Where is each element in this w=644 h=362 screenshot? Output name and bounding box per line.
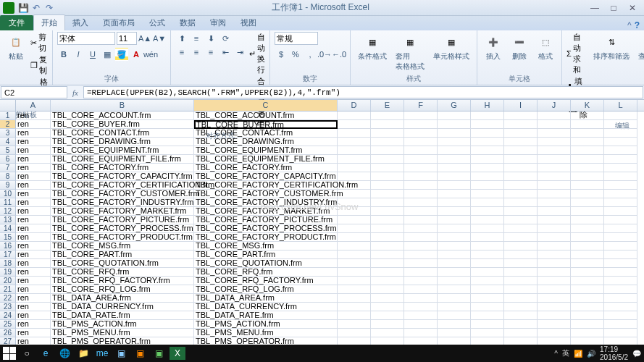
chrome-icon[interactable]: 🌐	[57, 347, 72, 360]
cell[interactable]	[504, 303, 538, 311]
tray-up-icon[interactable]: ^	[554, 350, 558, 358]
cell[interactable]	[338, 111, 371, 120]
cell[interactable]	[471, 181, 504, 190]
cell[interactable]	[438, 164, 471, 172]
row-header[interactable]: 14	[0, 224, 16, 233]
cell[interactable]: TBL_CORE_ACCOUNT.frm	[194, 111, 338, 120]
cell[interactable]	[538, 259, 571, 268]
number-format-combo[interactable]	[275, 32, 318, 45]
cell[interactable]	[338, 242, 371, 251]
ime-icon[interactable]: 英	[562, 348, 569, 358]
cell[interactable]	[504, 190, 538, 198]
cell[interactable]	[604, 259, 637, 268]
name-box[interactable]: C2	[1, 86, 67, 98]
sort-filter-button[interactable]: ⇅排序和筛选	[590, 32, 632, 63]
cell[interactable]	[538, 111, 571, 120]
cell[interactable]	[338, 146, 371, 155]
phonetic-button[interactable]: wén	[144, 48, 157, 61]
column-header[interactable]: A	[16, 100, 51, 111]
row-header[interactable]: 4	[0, 138, 16, 146]
fx-icon[interactable]: fx	[68, 85, 83, 99]
wrap-text-button[interactable]: ↵自动换行	[249, 32, 265, 75]
cell[interactable]	[604, 242, 637, 251]
cell[interactable]	[538, 224, 571, 233]
cell[interactable]	[404, 277, 438, 285]
column-header[interactable]: H	[471, 100, 504, 111]
cell[interactable]	[404, 120, 438, 129]
cell[interactable]	[471, 251, 504, 259]
cell[interactable]	[538, 242, 571, 251]
cell[interactable]	[438, 311, 471, 320]
cell[interactable]	[438, 155, 471, 164]
cell[interactable]	[571, 329, 604, 337]
cell[interactable]	[438, 146, 471, 155]
cell[interactable]: TBL_CORE_BUYER.frm	[194, 120, 338, 129]
cell[interactable]	[604, 277, 637, 285]
cell[interactable]	[571, 207, 604, 216]
cell[interactable]	[571, 303, 604, 311]
cell[interactable]	[371, 242, 404, 251]
cell[interactable]	[371, 224, 404, 233]
cell[interactable]	[471, 242, 504, 251]
row-header[interactable]: 22	[0, 294, 16, 303]
delete-cells-button[interactable]: ➖删除	[508, 32, 531, 63]
cell[interactable]	[538, 120, 571, 129]
paste-button[interactable]: 📋 粘贴	[4, 32, 28, 63]
cell[interactable]	[504, 268, 538, 277]
orientation-icon[interactable]: ⟳	[219, 32, 232, 45]
cell[interactable]	[404, 181, 438, 190]
column-header[interactable]: B	[51, 100, 194, 111]
align-top-icon[interactable]: ⬆	[175, 32, 188, 45]
cell[interactable]	[471, 172, 504, 181]
cell[interactable]	[471, 138, 504, 146]
cell[interactable]	[438, 190, 471, 198]
copy-button[interactable]: ❐复制	[30, 54, 48, 76]
cell[interactable]	[571, 268, 604, 277]
minimize-ribbon-icon[interactable]: ^	[627, 20, 632, 30]
cell[interactable]	[604, 146, 637, 155]
bold-button[interactable]: B	[57, 48, 70, 61]
cell[interactable]	[471, 190, 504, 198]
row-header[interactable]: 13	[0, 216, 16, 224]
row-header[interactable]: 7	[0, 164, 16, 172]
cell[interactable]	[571, 138, 604, 146]
tab-view[interactable]: 视图	[233, 15, 264, 30]
row-header[interactable]: 15	[0, 233, 16, 242]
cell[interactable]	[504, 164, 538, 172]
cell[interactable]	[404, 155, 438, 164]
cell[interactable]	[404, 294, 438, 303]
cell[interactable]	[404, 198, 438, 207]
row-header[interactable]: 8	[0, 172, 16, 181]
cell[interactable]	[438, 277, 471, 285]
app-icon-3[interactable]: ▣	[132, 347, 148, 360]
row-header[interactable]: 20	[0, 277, 16, 285]
comma-icon[interactable]: ,	[304, 48, 317, 61]
cell[interactable]	[538, 216, 571, 224]
cell[interactable]	[338, 268, 371, 277]
notifications-icon[interactable]: 💬	[632, 350, 641, 358]
cell[interactable]	[404, 224, 438, 233]
cell[interactable]	[371, 329, 404, 337]
cell[interactable]	[338, 320, 371, 329]
cell[interactable]	[404, 303, 438, 311]
cell[interactable]	[504, 277, 538, 285]
cell[interactable]	[604, 138, 637, 146]
row-header[interactable]: 25	[0, 320, 16, 329]
row-header[interactable]: 24	[0, 311, 16, 320]
cell[interactable]	[338, 251, 371, 259]
cell[interactable]	[604, 224, 637, 233]
cell[interactable]	[538, 207, 571, 216]
cell[interactable]	[504, 329, 538, 337]
tab-page-layout[interactable]: 页面布局	[96, 15, 142, 30]
cell[interactable]	[438, 129, 471, 138]
cell[interactable]	[504, 216, 538, 224]
row-header[interactable]: 23	[0, 303, 16, 311]
border-button[interactable]: ▦	[101, 48, 114, 61]
cell[interactable]	[371, 190, 404, 198]
app-icon-4[interactable]: ▣	[151, 347, 167, 360]
cell[interactable]	[604, 120, 637, 129]
column-header[interactable]: I	[504, 100, 538, 111]
align-right-icon[interactable]: ≡	[204, 46, 217, 59]
cell[interactable]	[338, 303, 371, 311]
cell[interactable]	[504, 320, 538, 329]
